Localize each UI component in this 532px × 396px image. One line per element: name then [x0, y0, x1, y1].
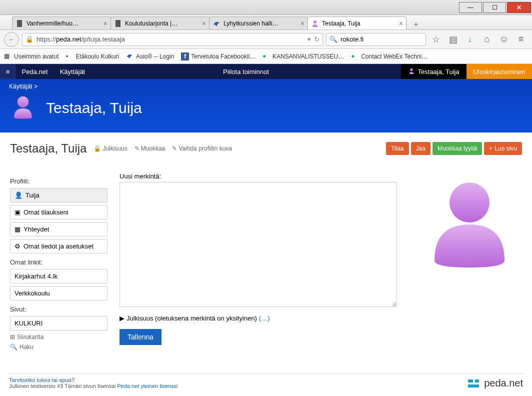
- license-text: Julkinen testiversio #3 Tämän sivun lise…: [9, 383, 117, 389]
- sidebar-item-yhteydet[interactable]: ▦Yhteydet: [10, 222, 108, 236]
- edit-style-button[interactable]: Muokkaa tyyliä: [432, 142, 482, 155]
- tab-koulutustarjonta[interactable]: Koulutustarjonta |… ×: [110, 16, 210, 30]
- tab-testaaja[interactable]: Testaaja, Tuija ×: [308, 16, 406, 30]
- links-section-label: Omat linkit:: [10, 258, 108, 266]
- sidebar-link-kirjakarhut[interactable]: Kirjakarhut 4.lk: [10, 269, 108, 284]
- doc-icon: [114, 20, 122, 28]
- url-input[interactable]: 🔒 https://peda.net/p/tuija.testaaja ▾ ↻: [22, 33, 323, 46]
- nav-home[interactable]: Peda.net: [16, 64, 54, 79]
- change-picture-link[interactable]: ✎Vaihda profiilin kuva: [172, 145, 232, 152]
- download-icon[interactable]: ↓: [463, 32, 477, 46]
- save-button[interactable]: Tallenna: [120, 329, 162, 345]
- more-link[interactable]: (…): [259, 314, 270, 322]
- breadcrumb[interactable]: Käyttäjät >: [9, 83, 523, 90]
- sidebar-item-tuija[interactable]: 👤Tuija: [10, 188, 108, 202]
- search-input[interactable]: 🔍 rokote.fi: [326, 33, 426, 46]
- pages-section-label: Sivut:: [10, 306, 108, 313]
- dropdown-icon[interactable]: ▾: [308, 36, 311, 43]
- hamburger-icon[interactable]: ≡: [0, 64, 16, 79]
- logout-link[interactable]: Uloskirjautuminen: [466, 64, 532, 79]
- sidebar-item-tilaukset[interactable]: ▣Omat tilaukseni: [10, 205, 108, 220]
- facebook-icon: f: [181, 52, 189, 60]
- avatar-icon: [9, 93, 37, 122]
- sitemap-link[interactable]: ⊞Sivukartta: [10, 334, 108, 340]
- license-link[interactable]: Peda.net yleinen lisenssi: [117, 383, 178, 389]
- close-icon[interactable]: ×: [104, 20, 108, 28]
- bookmark-frequent[interactable]: ▦Useimmin avatut: [4, 52, 58, 60]
- url-path: /p/tuija.testaaja: [82, 36, 125, 43]
- support-link[interactable]: Tarvitsetko tukea tai apua?: [9, 377, 74, 383]
- new-entry-textarea[interactable]: [120, 182, 397, 307]
- sidebar-page-kulkuri[interactable]: KULKURI: [10, 316, 108, 330]
- visibility-disclosure[interactable]: ▶ Julkisuus (oletuksena merkintä on yksi…: [120, 314, 405, 322]
- home-icon[interactable]: ⌂: [480, 32, 494, 46]
- bookmark-kansanvalistus[interactable]: ●KANSANVALISTUSSEU…: [262, 52, 344, 60]
- arrow-right-icon: ▶: [120, 314, 124, 322]
- bird-icon: [126, 52, 134, 60]
- subscribe-button[interactable]: Tilaa: [386, 142, 409, 155]
- tab-lyhytkurssien[interactable]: Lyhytkurssien halli… ×: [209, 16, 308, 30]
- svg-rect-1: [116, 20, 120, 27]
- tab-label: Testaaja, Tuija: [322, 20, 397, 27]
- pencil-icon: ✎: [134, 145, 140, 152]
- lock-icon: 🔒: [94, 145, 101, 152]
- bookmark-facebook[interactable]: fTervetuloa Facebookii…: [181, 52, 256, 60]
- tab-vanhemmille[interactable]: Vanhemmille/huo… ×: [12, 16, 111, 30]
- svg-point-4: [18, 96, 28, 108]
- url-prefix: https://: [36, 36, 56, 43]
- smiley-icon[interactable]: ☺: [497, 32, 511, 46]
- hide-functions-link[interactable]: Piilota toiminnot: [216, 68, 276, 76]
- bookmark-webex[interactable]: ●Contact WebEx Techni…: [351, 52, 428, 60]
- url-domain: peda.net: [56, 36, 82, 43]
- page-hero-title: Testaaja, Tuija: [46, 100, 142, 116]
- nav-users[interactable]: Käyttäjät: [54, 64, 92, 79]
- nav-current-user[interactable]: Testaaja, Tuija: [401, 64, 466, 79]
- new-page-button[interactable]: +Luo sivu: [484, 142, 522, 155]
- reload-icon[interactable]: ↻: [314, 36, 320, 43]
- bookmark-asio[interactable]: Asio® -- Login: [126, 52, 174, 60]
- sidebar: Profiili: 👤Tuija ▣Omat tilaukseni ▦Yhtey…: [10, 172, 108, 350]
- profile-avatar: [417, 172, 522, 350]
- star-icon[interactable]: ☆: [429, 32, 443, 46]
- search-value: rokote.fi: [340, 36, 364, 43]
- svg-rect-6: [468, 380, 473, 382]
- back-button[interactable]: ←: [4, 32, 19, 47]
- new-entry-label: Uusi merkintä:: [120, 172, 405, 180]
- window-titlebar: — ☐ ✕: [0, 0, 532, 15]
- grid-icon: ▦: [14, 226, 20, 233]
- list-icon[interactable]: ▤: [446, 32, 460, 46]
- svg-rect-0: [17, 20, 22, 27]
- page-footer: Tarvitsetko tukea tai apua? Julkinen tes…: [9, 374, 523, 389]
- nav-toolbar: ← 🔒 https://peda.net/p/tuija.testaaja ▾ …: [0, 30, 532, 49]
- search-icon: 🔍: [10, 344, 18, 350]
- bird-icon: [212, 20, 220, 28]
- user-icon: [408, 68, 415, 76]
- visibility-link[interactable]: 🔒Julkisuus: [94, 145, 127, 152]
- bookmarks-bar: ▦Useimmin avatut ▪Etäkoulu Kulkuri Asio®…: [0, 49, 532, 64]
- close-icon[interactable]: ×: [399, 20, 403, 28]
- site-navbar: ≡ Peda.net Käyttäjät Piilota toiminnot T…: [0, 64, 532, 79]
- hero-banner: Käyttäjät > Testaaja, Tuija: [0, 79, 532, 132]
- svg-point-2: [314, 20, 316, 24]
- search-link[interactable]: 🔍Haku: [10, 344, 108, 350]
- globe-icon: ●: [262, 52, 270, 60]
- tab-label: Vanhemmille/huo…: [26, 20, 102, 27]
- close-button[interactable]: ✕: [507, 2, 531, 13]
- bookmark-etakoulu[interactable]: ▪Etäkoulu Kulkuri: [66, 52, 119, 60]
- svg-point-3: [410, 68, 412, 70]
- share-button[interactable]: Jaa: [411, 142, 430, 155]
- sidebar-item-settings[interactable]: ⚙Omat tiedot ja asetukset: [10, 239, 108, 254]
- edit-link[interactable]: ✎Muokkaa: [134, 145, 166, 152]
- minimize-button[interactable]: —: [459, 2, 482, 13]
- close-icon[interactable]: ×: [300, 20, 304, 28]
- maximize-button[interactable]: ☐: [483, 2, 506, 13]
- url-controls: ▾ ↻: [308, 36, 320, 43]
- sidebar-link-verkkokoulu[interactable]: Verkkokoulu: [10, 286, 108, 300]
- new-tab-button[interactable]: +: [411, 20, 421, 30]
- close-icon[interactable]: ×: [202, 20, 206, 28]
- lock-icon: 🔒: [26, 36, 34, 43]
- tab-bar: Vanhemmille/huo… × Koulutustarjonta |… ×…: [0, 15, 532, 30]
- menu-icon[interactable]: ≡: [514, 32, 528, 46]
- main-column: Uusi merkintä: ▶ Julkisuus (oletuksena m…: [120, 172, 405, 350]
- content-header: Testaaja, Tuija 🔒Julkisuus ✎Muokkaa ✎Vai…: [10, 142, 522, 156]
